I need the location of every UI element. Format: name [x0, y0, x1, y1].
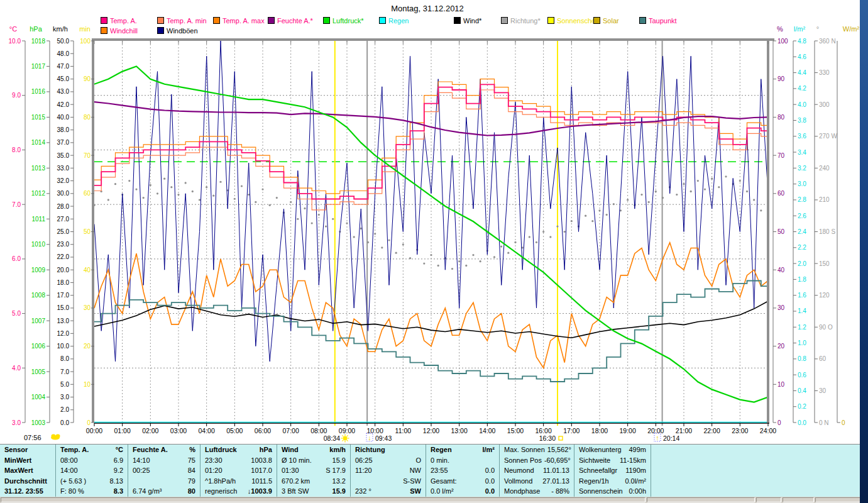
tick-label: 1006 [31, 343, 46, 350]
tick-label: 180 S [819, 228, 835, 235]
svg-text:l/m²: l/m² [794, 25, 806, 33]
tick-label: 22.0 [57, 253, 70, 260]
svg-text:↓: ↓ [368, 434, 371, 441]
tick-label: 1004 [31, 394, 46, 401]
cell-value: -60,695° [544, 456, 571, 465]
tick-label: 43.0 [57, 88, 70, 95]
tick-label: 210 [819, 196, 830, 203]
cell-label: 23:30 [205, 456, 222, 465]
table-row: Neumond11.01.13 [500, 466, 574, 475]
tick-label: 240 [819, 165, 830, 172]
stats-column-temp-a-: Temp. A.°C08:006.914:009.2(+ 5.63 )8.13F… [55, 445, 128, 497]
tick-label: 0 [777, 419, 781, 426]
tick-label: 1012 [31, 190, 46, 197]
tick-label: 30 [777, 304, 785, 311]
x-tick-label: 03:00 [170, 427, 187, 434]
tick-label: 0 [87, 419, 91, 426]
cell-value: 15.9 [332, 456, 346, 465]
table-row: Vollmond27.01.13 [500, 477, 574, 486]
tick-label: 1017 [31, 63, 46, 70]
table-row: Gesamt:0.0 [426, 477, 499, 486]
plot-frame-left [92, 38, 94, 423]
tick-label: 80 [84, 114, 91, 121]
cell-label: 0.0 l/m² [431, 487, 454, 496]
plot-frame-right [767, 38, 769, 423]
cell-value: 75 [188, 456, 195, 465]
tick-label: 25.0 [57, 228, 70, 235]
cell-label: Feuchte A. [133, 445, 168, 455]
cell-value: 11.01.13 [543, 466, 569, 475]
x-tick-label: 14:00 [479, 427, 495, 434]
axis-kmh: km/h50.048.047.045.043.042.040.038.037.0… [53, 25, 74, 426]
cell-label: Sichtweite [579, 456, 610, 465]
tick-label: 8.0 [12, 146, 21, 153]
status-bar-segment [756, 497, 781, 502]
table-row: S-SW [351, 477, 426, 486]
sensor-stats-table: SensorMinWertMaxWertDurchschnitt31.12. 2… [0, 444, 860, 497]
tick-label: 18.0 [57, 279, 70, 286]
cloud-icon [51, 434, 60, 440]
cell-value: km/h [329, 445, 346, 455]
cell-label: Gesamt: [431, 477, 457, 486]
tick-label: 45.0 [57, 75, 70, 82]
x-tick-label: 22:00 [704, 427, 720, 434]
cell-value: 15.9 [332, 487, 346, 496]
tick-label: 1008 [31, 292, 46, 299]
axis-hPa: hPa1018101710161015101410131012101110101… [30, 25, 50, 426]
info-column-0: Max. Sonnen15,562°Sonnen Pos-60,695°Neum… [499, 445, 574, 497]
tick-label: 1.6 [798, 292, 806, 299]
tick-label: 37.0 [57, 139, 70, 146]
tick-label: 3.0 [798, 180, 806, 187]
tick-label: 60 [777, 190, 785, 197]
cell-label: 11:20 [355, 466, 372, 475]
cell-value: 9.2 [114, 466, 123, 475]
x-tick-label: 00:00 [86, 427, 102, 434]
svg-text:%: % [777, 25, 783, 33]
cell-label: 232 ° [355, 487, 371, 496]
tick-label: 120 [819, 292, 830, 299]
x-tick-label: 01:00 [114, 427, 131, 434]
tick-label: 0.8 [798, 355, 806, 362]
table-row: 232 °SW [351, 487, 426, 496]
tick-label: 33.0 [57, 165, 70, 172]
cell-label: F: 80 % [60, 487, 84, 496]
sunset-event-label: 16:30 [539, 434, 556, 442]
tick-label: 5.0 [60, 381, 69, 388]
tick-label: 3.0 [60, 394, 69, 401]
tick-label: 1003 [31, 419, 46, 426]
tick-label: 0.0 [60, 419, 69, 426]
axis-right-3: W/m²0 [837, 25, 859, 426]
cell-label: 31.12. 23:55 [4, 487, 43, 496]
tick-label: 7.0 [12, 201, 21, 208]
x-tick-label: 19:00 [620, 427, 636, 434]
table-row: 08:006.9 [56, 456, 128, 465]
tick-label: 330 [819, 69, 830, 76]
cell-value: 0.0 [485, 487, 495, 496]
tick-label: 35.0 [57, 152, 70, 159]
cell-label: Temp. A. [60, 445, 89, 455]
tick-label: 3.8 [798, 117, 806, 124]
x-tick-label: 05:00 [226, 427, 243, 434]
cell-label: 6.74 g/m³ [133, 487, 162, 496]
x-tick-label: 16:00 [536, 427, 552, 434]
cell-value: 1011.5 [251, 477, 272, 486]
tick-label: 70 [777, 152, 785, 159]
status-bar [0, 497, 862, 503]
tick-label: 7.0 [60, 368, 69, 375]
sunset-icon [559, 436, 563, 440]
table-row: 670.2 km13.2 [277, 477, 350, 486]
tick-label: 30 [84, 304, 91, 311]
axis-C: °C10.09.08.07.06.05.04.03.0 [9, 25, 25, 426]
cell-label: 06:25 [355, 456, 373, 465]
cell-value: 80 [188, 487, 195, 496]
tick-label: 2.0 [798, 260, 806, 267]
table-row: 6.74 g/m³80 [128, 487, 200, 496]
table-row: 01:30S 17.9 [277, 466, 350, 475]
cell-value: SW [410, 487, 421, 496]
tick-label: 10 [777, 381, 785, 388]
x-tick-label: 12:00 [423, 427, 439, 434]
table-row: Sonnen Pos-60,695° [500, 456, 574, 465]
tick-label: 300 [819, 101, 830, 108]
tick-label: 6.0 [12, 255, 21, 262]
tick-label: 27.0 [57, 216, 70, 223]
